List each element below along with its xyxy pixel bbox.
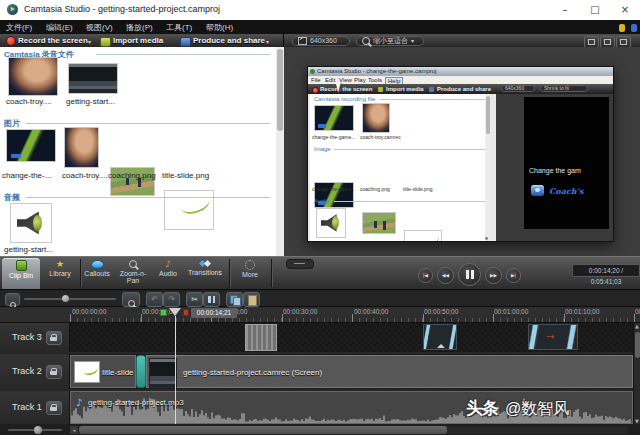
horizontal-scrollbar[interactable]	[79, 426, 628, 434]
menu-view[interactable]: 视图(V)	[86, 22, 113, 33]
ruler-tick: 00:00:40;00	[354, 308, 388, 315]
import-media-icon	[100, 37, 111, 47]
track-height-knob[interactable]	[34, 426, 42, 434]
scroll-down-icon[interactable]: ▼	[635, 418, 639, 424]
track2-clip-camrec[interactable]: getting-started-project.camrec (Screen)	[146, 355, 633, 388]
clipbin-scrollbar[interactable]	[276, 47, 284, 256]
record-screen-button[interactable]: Record the screen	[18, 36, 88, 45]
maximize-button[interactable]: □	[580, 0, 610, 20]
selection-out-handle[interactable]	[183, 309, 189, 316]
menu-file[interactable]: 文件(F)	[6, 22, 32, 33]
tab-zoom-n-pan[interactable]: Zoom-n-Pan	[114, 258, 152, 289]
paste-button[interactable]	[243, 292, 260, 307]
hscroll-left-icon[interactable]: ◂	[70, 426, 78, 434]
track-height-slider[interactable]	[8, 429, 62, 431]
playhead-handle[interactable]	[169, 308, 181, 316]
tab-callouts[interactable]: Callouts	[82, 258, 112, 289]
tab-clip-bin[interactable]: Clip Bin	[2, 258, 40, 289]
record-dropdown-icon[interactable]: ▾	[88, 38, 91, 45]
horizontal-scrollbar-thumb[interactable]	[79, 426, 447, 434]
tab-audio[interactable]: ♪ Audio	[154, 258, 182, 289]
editing-dimensions-button[interactable]: 640x360	[292, 36, 350, 46]
track2-lock-button[interactable]	[46, 365, 62, 379]
next-frame-button[interactable]: ▶|	[506, 268, 521, 283]
rewind-button[interactable]: ◀◀	[437, 267, 454, 284]
menu-help[interactable]: 帮助(H)	[206, 22, 233, 33]
menu-tools[interactable]: 工具(T)	[166, 22, 192, 33]
menu-play[interactable]: 播放(P)	[126, 22, 153, 33]
produce-dropdown-icon[interactable]: ▾	[266, 38, 269, 45]
nested-thumb-change-the-game	[314, 105, 354, 131]
clipbin-thumb-getting-started-camrec[interactable]	[68, 63, 118, 94]
fast-forward-button[interactable]: ▶▶	[485, 267, 502, 284]
redo-button[interactable]: ↷	[163, 292, 180, 307]
clipbin-thumb-getting-started-mp3[interactable]	[10, 203, 52, 243]
split-icon	[208, 296, 211, 303]
track3-clip-zoom-keyframe[interactable]	[245, 324, 277, 351]
tab-more[interactable]: More	[232, 258, 268, 289]
preview-zoom-button[interactable]: 缩小至适合 ▾	[356, 36, 424, 46]
clipbin-thumb-title-slide-png[interactable]	[164, 190, 214, 230]
track3-lane[interactable]: →	[70, 323, 633, 352]
thumb-label: change-the-...	[2, 171, 51, 180]
import-media-button[interactable]: Import media	[113, 36, 163, 45]
ruler-major-ticks	[70, 314, 640, 322]
cut-button[interactable]: ✂	[186, 292, 203, 307]
nested-dimensions-chip: 640x360	[501, 85, 535, 92]
track-name: Track 1	[12, 402, 42, 412]
nested-menu-file: File	[311, 77, 321, 83]
panel-divider-handle[interactable]	[286, 259, 314, 269]
menu-edit[interactable]: 编辑(E)	[46, 22, 73, 33]
track3-lock-button[interactable]	[46, 331, 62, 345]
split-button[interactable]	[203, 292, 220, 307]
nested-thumb-coaching	[362, 212, 396, 234]
track2-lane[interactable]: title-slide getting-started-project.camr…	[70, 354, 633, 389]
nested-window-title: Camtasia Studio - change-the-game.campro…	[317, 68, 436, 74]
clipbin-thumb-coach-troy-png[interactable]	[64, 127, 99, 168]
toolbar-divider	[283, 34, 284, 47]
pause-button[interactable]	[458, 263, 481, 286]
scroll-up-icon[interactable]: ▲	[635, 323, 639, 329]
track3-clip-callout-1[interactable]	[423, 324, 457, 350]
zoom-slider-knob[interactable]	[62, 295, 69, 302]
timeline-zoom-in-button[interactable]	[122, 292, 140, 307]
timeline-ruler[interactable]: 00:00:00;00 00:00:10;00 00:00:20;00 00:0…	[0, 307, 640, 323]
produce-share-button[interactable]: Produce and share	[193, 36, 265, 45]
copy-button[interactable]	[226, 292, 243, 307]
close-button[interactable]: ×	[610, 0, 640, 20]
tip-yellow-icon[interactable]	[619, 24, 625, 32]
tab-label: Library	[42, 270, 78, 277]
selection-in-handle[interactable]	[160, 309, 167, 316]
nested-app-icon	[310, 69, 315, 74]
tab-label: Clip Bin	[2, 272, 40, 279]
previous-frame-button[interactable]: |◀	[418, 268, 433, 283]
minimize-button[interactable]: –	[550, 0, 580, 20]
tab-library[interactable]: ★ Library	[42, 258, 78, 289]
ruler-tick: 00:01:10;00	[565, 308, 599, 315]
pause-bar	[471, 270, 474, 279]
timeline-zoom-slider[interactable]	[24, 298, 116, 300]
window-title: Camtasia Studio - getting-started-projec…	[24, 4, 220, 14]
thumb-label: coach-troy....	[62, 171, 108, 180]
track3-clip-callout-2[interactable]: →	[528, 324, 578, 350]
callout-pointer	[437, 344, 445, 348]
thumb-label: coaching.png	[108, 171, 156, 180]
clipbin-thumb-change-the-game[interactable]	[6, 129, 56, 162]
track1-lock-button[interactable]	[46, 401, 62, 415]
produce-share-icon	[180, 37, 191, 47]
tip-blue-icon[interactable]	[631, 24, 637, 32]
clipbin-scrollbar-thumb[interactable]	[277, 49, 283, 131]
clipbin-thumb-coach-troy-camrec[interactable]	[8, 57, 58, 96]
tab-label: Transitions	[184, 269, 226, 276]
tab-label: Zoom-n-Pan	[114, 270, 152, 284]
nested-title-bar: Camtasia Studio - change-the-game.campro…	[308, 67, 613, 76]
tracks-scrollbar-thumb[interactable]	[635, 332, 640, 358]
track2-clip-title-slide[interactable]: title-slide	[70, 355, 136, 388]
transition-marker[interactable]	[136, 355, 146, 388]
undo-button[interactable]: ↶	[146, 292, 163, 307]
playhead-line[interactable]	[175, 316, 176, 424]
timeline-zoom-out-button[interactable]	[5, 293, 20, 306]
tracks-vertical-scrollbar[interactable]: ▲ ▼	[633, 323, 640, 424]
clipbin-section-audio: 音频	[4, 192, 20, 203]
tab-transitions[interactable]: Transitions	[184, 258, 226, 289]
